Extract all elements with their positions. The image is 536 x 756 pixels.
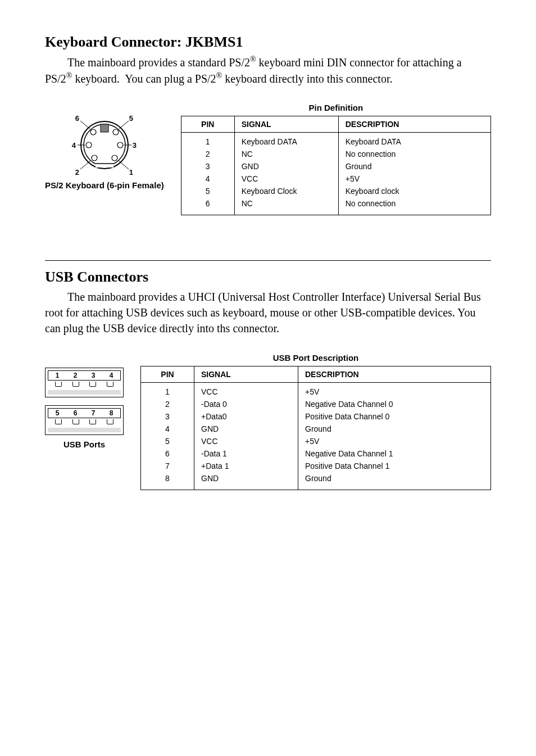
ps2-svg <box>71 114 138 176</box>
pin-label-6: 6 <box>75 114 79 123</box>
cell-description: Positive Data Channel 0 <box>298 410 491 423</box>
svg-point-6 <box>92 155 97 161</box>
cell-description: Positive Data Channel 1 <box>298 460 491 472</box>
usb-slot-line <box>48 428 121 432</box>
pin-label-2: 2 <box>75 168 79 176</box>
usb-pin-num: 2 <box>74 372 78 379</box>
cell-pin: 5 <box>181 185 234 197</box>
section1-figure-row: 1 2 3 4 5 6 PS/2 Keyboard (6-pin Female)… <box>45 103 491 215</box>
svg-rect-2 <box>101 124 108 132</box>
table-row: 1 Keyboard DATA Keyboard DATA <box>181 133 490 148</box>
cell-description: Ground <box>338 160 490 173</box>
cell-pin: 2 <box>141 398 194 410</box>
svg-point-5 <box>112 155 117 161</box>
usb-contact-icon <box>89 382 96 387</box>
cell-pin: 4 <box>141 423 194 435</box>
section2-title: USB Connectors <box>45 269 491 286</box>
table-row: 8 GND Ground <box>141 472 491 490</box>
cell-signal: +Data 1 <box>194 460 298 472</box>
section-separator <box>45 260 491 261</box>
usb-bottom-numbers: 5 6 7 8 <box>48 408 121 418</box>
svg-point-9 <box>113 129 119 135</box>
cell-description: Ground <box>298 472 491 490</box>
cell-description: +5V <box>298 383 491 399</box>
section2-table-title: USB Port Description <box>140 353 491 363</box>
table-row: 1 VCC +5V <box>141 383 491 399</box>
section1-th-description: DESCRIPTION <box>338 116 490 133</box>
table-row: 6 -Data 1 Negative Data Channel 1 <box>141 447 491 460</box>
table-row: 5 VCC +5V <box>141 435 491 447</box>
cell-description: Negative Data Channel 1 <box>298 447 491 460</box>
cell-pin: 5 <box>141 435 194 447</box>
section1-th-pin: PIN <box>181 116 234 133</box>
section1-pin-table: PIN SIGNAL DESCRIPTION 1 Keyboard DATA K… <box>181 116 491 215</box>
usb-pin-num: 4 <box>110 372 113 379</box>
cell-signal: GND <box>194 423 298 435</box>
cell-signal: -Data 1 <box>194 447 298 460</box>
table-row: 5 Keyboard Clock Keyboard clock <box>181 185 490 197</box>
usb-port-bottom: 5 6 7 8 <box>45 405 124 435</box>
usb-figure: 1 2 3 4 5 6 7 8 <box>45 353 124 449</box>
cell-pin: 1 <box>181 133 234 148</box>
cell-pin: 4 <box>181 173 234 185</box>
svg-line-12 <box>80 161 90 169</box>
usb-pin-num: 7 <box>92 409 96 417</box>
cell-signal: GND <box>234 160 338 173</box>
section2-figure-row: 1 2 3 4 5 6 7 8 <box>45 353 491 490</box>
section2-th-pin: PIN <box>141 366 194 383</box>
section1-body: The mainboard provides a standard PS/2® … <box>45 54 491 86</box>
section2-body: The mainboard provides a UHCI (Universal… <box>45 289 491 336</box>
table-row: 3 GND Ground <box>181 160 490 173</box>
usb-pin-num: 8 <box>110 409 113 417</box>
cell-signal: Keyboard DATA <box>234 133 338 148</box>
pin-label-1: 1 <box>129 168 133 176</box>
cell-signal: +Data0 <box>194 410 298 423</box>
ps2-figure: 1 2 3 4 5 6 PS/2 Keyboard (6-pin Female) <box>45 103 164 190</box>
svg-line-11 <box>119 161 129 169</box>
table-row: 4 GND Ground <box>141 423 491 435</box>
usb-slot-line <box>48 390 121 395</box>
cell-signal: NC <box>234 148 338 160</box>
section1-title: Keyboard Connector: JKBMS1 <box>45 34 491 51</box>
pin-label-5: 5 <box>129 114 133 123</box>
svg-line-15 <box>119 121 129 129</box>
ps2-connector-diagram: 1 2 3 4 5 6 <box>71 114 138 176</box>
cell-description: Keyboard clock <box>338 185 490 197</box>
section1-table-title: Pin Definition <box>181 103 491 112</box>
usb-bottom-contacts <box>48 419 121 425</box>
cell-pin: 6 <box>181 197 234 215</box>
section1-th-signal: SIGNAL <box>234 116 338 133</box>
usb-contact-icon <box>72 419 79 424</box>
table-row: 2 -Data 0 Negative Data Channel 0 <box>141 398 491 410</box>
cell-pin: 8 <box>141 472 194 490</box>
cell-description: No connection <box>338 197 490 215</box>
cell-description: No connection <box>338 148 490 160</box>
usb-contact-icon <box>55 382 62 387</box>
cell-pin: 7 <box>141 460 194 472</box>
cell-description: Negative Data Channel 0 <box>298 398 491 410</box>
usb-contact-icon <box>107 419 113 424</box>
section1-table-wrapper: Pin Definition PIN SIGNAL DESCRIPTION 1 … <box>181 103 491 215</box>
table-row: 7 +Data 1 Positive Data Channel 1 <box>141 460 491 472</box>
cell-description: Ground <box>298 423 491 435</box>
usb-contact-icon <box>107 382 113 387</box>
usb-pin-num: 3 <box>92 372 96 379</box>
usb-pin-num: 5 <box>56 409 60 417</box>
cell-pin: 2 <box>181 148 234 160</box>
cell-description: +5V <box>338 173 490 185</box>
svg-rect-3 <box>96 162 113 168</box>
cell-signal: NC <box>234 197 338 215</box>
svg-point-10 <box>90 129 96 135</box>
usb-contact-icon <box>55 419 62 424</box>
ps2-figure-caption: PS/2 Keyboard (6-pin Female) <box>45 180 164 190</box>
usb-contact-icon <box>72 382 79 387</box>
pin-label-3: 3 <box>133 141 137 150</box>
table-row: 3 +Data0 Positive Data Channel 0 <box>141 410 491 423</box>
cell-signal: Keyboard Clock <box>234 185 338 197</box>
usb-pin-num: 6 <box>74 409 78 417</box>
cell-pin: 3 <box>181 160 234 173</box>
section2-th-signal: SIGNAL <box>194 366 298 383</box>
table-row: 4 VCC +5V <box>181 173 490 185</box>
pin-label-4: 4 <box>72 141 76 150</box>
usb-top-numbers: 1 2 3 4 <box>48 370 121 381</box>
